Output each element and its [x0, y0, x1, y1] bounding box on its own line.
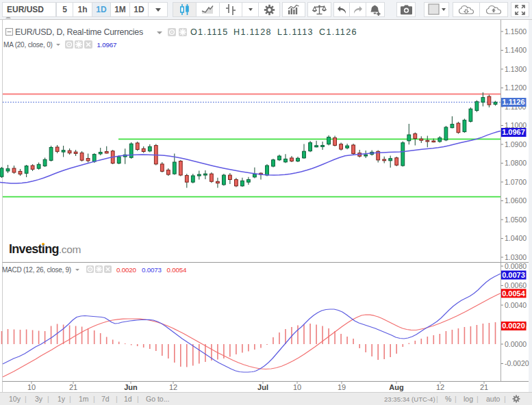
svg-text:1.0700: 1.0700 — [505, 178, 527, 186]
svg-text:0.0054: 0.0054 — [502, 289, 526, 298]
svg-text:19: 19 — [338, 383, 346, 391]
svg-text:0.0000: 0.0000 — [505, 340, 527, 348]
svg-text:-0.0020: -0.0020 — [505, 359, 529, 367]
svg-text:0.0060: 0.0060 — [505, 281, 527, 289]
svg-text:21: 21 — [480, 383, 488, 391]
svg-text:1.1500: 1.1500 — [505, 27, 527, 36]
svg-text:0.0080: 0.0080 — [505, 262, 527, 270]
svg-text:1.0600: 1.0600 — [505, 196, 527, 205]
svg-text:Jun: Jun — [124, 383, 138, 391]
svg-text:Aug: Aug — [389, 383, 403, 391]
svg-text:0.0040: 0.0040 — [505, 301, 527, 309]
svg-text:1.0400: 1.0400 — [505, 234, 527, 242]
svg-text:0.0073: 0.0073 — [502, 271, 525, 279]
svg-text:1.0300: 1.0300 — [505, 253, 527, 261]
svg-text:21: 21 — [69, 383, 77, 391]
svg-text:1.1300: 1.1300 — [505, 65, 527, 73]
svg-text:1.0800: 1.0800 — [505, 159, 527, 167]
svg-text:10: 10 — [27, 383, 36, 391]
svg-text:12: 12 — [436, 383, 444, 391]
svg-text:1.0967: 1.0967 — [502, 128, 525, 136]
svg-text:1.0500: 1.0500 — [505, 215, 527, 224]
svg-text:Jul: Jul — [257, 383, 268, 391]
svg-text:1.0900: 1.0900 — [505, 140, 527, 148]
svg-text:1.1400: 1.1400 — [505, 46, 527, 54]
svg-text:12: 12 — [169, 383, 177, 391]
svg-text:10: 10 — [293, 383, 301, 391]
svg-text:0.0020: 0.0020 — [502, 322, 525, 330]
svg-text:1.1200: 1.1200 — [505, 83, 527, 92]
svg-text:1.1126: 1.1126 — [502, 98, 524, 106]
